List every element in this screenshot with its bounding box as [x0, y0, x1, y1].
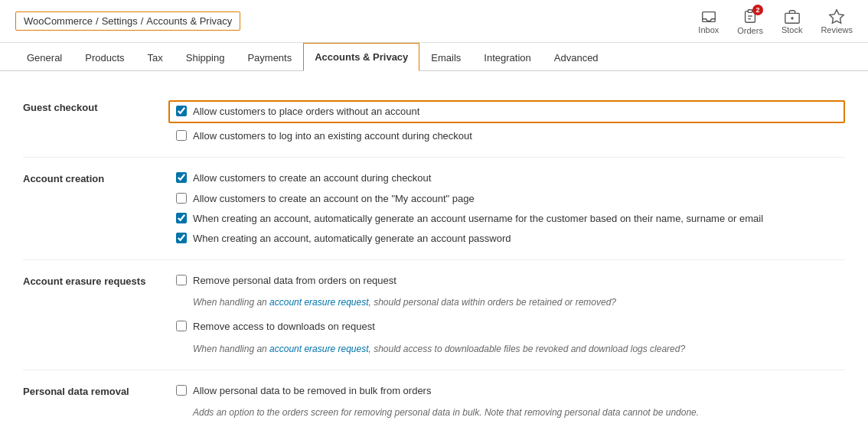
- checkbox-ae-downloads[interactable]: [176, 321, 187, 331]
- breadcrumb-settings[interactable]: Settings: [102, 15, 138, 27]
- option-ae-downloads: Remove access to downloads on request: [176, 320, 845, 334]
- option-ae-orders: Remove personal data from orders on requ…: [176, 274, 845, 288]
- section-controls-account-erasure: Remove personal data from orders on requ…: [176, 274, 845, 355]
- label-ac-username[interactable]: When creating an account, automatically …: [193, 212, 763, 226]
- checkbox-guest-checkout-allow[interactable]: [176, 106, 187, 116]
- tab-advanced[interactable]: Advanced: [543, 44, 610, 71]
- section-guest-checkout: Guest checkout Allow customers to place …: [23, 86, 845, 158]
- breadcrumb-current: Accounts & Privacy: [146, 15, 232, 27]
- stock-nav[interactable]: Stock: [782, 8, 803, 34]
- label-ac-checkout[interactable]: Allow customers to create an account dur…: [193, 171, 431, 185]
- tab-payments[interactable]: Payments: [236, 44, 303, 71]
- help-ae-orders: When handling an account erasure request…: [193, 295, 845, 309]
- section-account-creation: Account creation Allow customers to crea…: [23, 158, 845, 260]
- stock-icon: [784, 8, 801, 25]
- breadcrumb-sep1: /: [96, 15, 99, 27]
- label-ac-password[interactable]: When creating an account, automatically …: [193, 232, 511, 246]
- option-ac-password: When creating an account, automatically …: [176, 232, 845, 246]
- svg-rect-1: [748, 9, 752, 12]
- reviews-label: Reviews: [821, 25, 853, 34]
- section-label-guest-checkout: Guest checkout: [23, 100, 176, 113]
- inbox-nav[interactable]: Inbox: [698, 8, 719, 34]
- breadcrumb-sep2: /: [141, 15, 144, 27]
- section-controls-guest-checkout: Allow customers to place orders without …: [176, 100, 845, 143]
- reviews-nav[interactable]: Reviews: [821, 8, 853, 34]
- label-ae-downloads[interactable]: Remove access to downloads on request: [193, 320, 375, 334]
- help-ae-downloads: When handling an account erasure request…: [193, 342, 845, 356]
- checkbox-ac-myaccount[interactable]: [176, 193, 187, 204]
- tab-tax[interactable]: Tax: [136, 44, 175, 71]
- tab-shipping[interactable]: Shipping: [175, 44, 237, 71]
- breadcrumb: WooCommerce / Settings / Accounts & Priv…: [15, 11, 240, 31]
- checkbox-ac-password[interactable]: [176, 233, 187, 243]
- section-controls-personal-data: Allow personal data to be removed in bul…: [176, 384, 845, 419]
- option-ac-myaccount: Allow customers to create an account on …: [176, 192, 845, 206]
- checkbox-ae-orders[interactable]: [176, 275, 187, 285]
- section-controls-account-creation: Allow customers to create an account dur…: [176, 171, 845, 246]
- label-ae-orders[interactable]: Remove personal data from orders on requ…: [193, 274, 396, 288]
- checkbox-guest-checkout-login[interactable]: [176, 130, 187, 141]
- stock-label: Stock: [782, 25, 803, 34]
- option-guest-checkout-allow: Allow customers to place orders without …: [168, 100, 845, 123]
- orders-label: Orders: [737, 26, 763, 35]
- checkbox-ac-checkout[interactable]: [176, 172, 187, 183]
- section-label-personal-data: Personal data removal: [23, 384, 176, 397]
- option-pd-bulk: Allow personal data to be removed in bul…: [176, 384, 845, 398]
- inbox-icon: [700, 8, 717, 25]
- help-pd-bulk: Adds an option to the orders screen for …: [193, 406, 845, 419]
- inbox-label: Inbox: [698, 25, 719, 34]
- tab-products[interactable]: Products: [73, 44, 135, 71]
- option-guest-checkout-login: Allow customers to log into an existing …: [176, 129, 845, 143]
- orders-badge: 2: [752, 5, 763, 15]
- top-bar: WooCommerce / Settings / Accounts & Priv…: [0, 0, 868, 43]
- section-label-account-erasure: Account erasure requests: [23, 274, 176, 287]
- label-guest-checkout-allow[interactable]: Allow customers to place orders without …: [193, 105, 419, 119]
- label-ac-myaccount[interactable]: Allow customers to create an account on …: [193, 192, 475, 206]
- section-account-erasure: Account erasure requests Remove personal…: [23, 260, 845, 370]
- tab-accounts-privacy[interactable]: Accounts & Privacy: [303, 43, 419, 71]
- tabs-bar: General Products Tax Shipping Payments A…: [0, 43, 868, 71]
- option-ac-username: When creating an account, automatically …: [176, 212, 845, 226]
- tab-integration[interactable]: Integration: [472, 44, 542, 71]
- svg-rect-0: [703, 11, 716, 21]
- checkbox-ac-username[interactable]: [176, 213, 187, 223]
- tab-emails[interactable]: Emails: [419, 44, 472, 71]
- reviews-icon: [828, 8, 845, 25]
- section-label-account-creation: Account creation: [23, 171, 176, 184]
- breadcrumb-woocommerce[interactable]: WooCommerce: [24, 15, 93, 27]
- checkbox-pd-bulk[interactable]: [176, 385, 187, 396]
- option-ac-checkout: Allow customers to create an account dur…: [176, 171, 845, 185]
- section-personal-data: Personal data removal Allow personal dat…: [23, 370, 845, 433]
- link-ae-downloads[interactable]: account erasure request: [269, 344, 368, 354]
- label-guest-checkout-login[interactable]: Allow customers to log into an existing …: [193, 129, 472, 143]
- top-icons: Inbox 2 Orders Stock Reviews: [698, 8, 853, 35]
- tab-general[interactable]: General: [15, 44, 73, 71]
- svg-marker-7: [830, 9, 844, 22]
- main-content: Guest checkout Allow customers to place …: [0, 71, 868, 440]
- link-ae-orders[interactable]: account erasure request: [269, 297, 368, 308]
- label-pd-bulk[interactable]: Allow personal data to be removed in bul…: [193, 384, 431, 398]
- orders-nav[interactable]: 2 Orders: [737, 8, 763, 35]
